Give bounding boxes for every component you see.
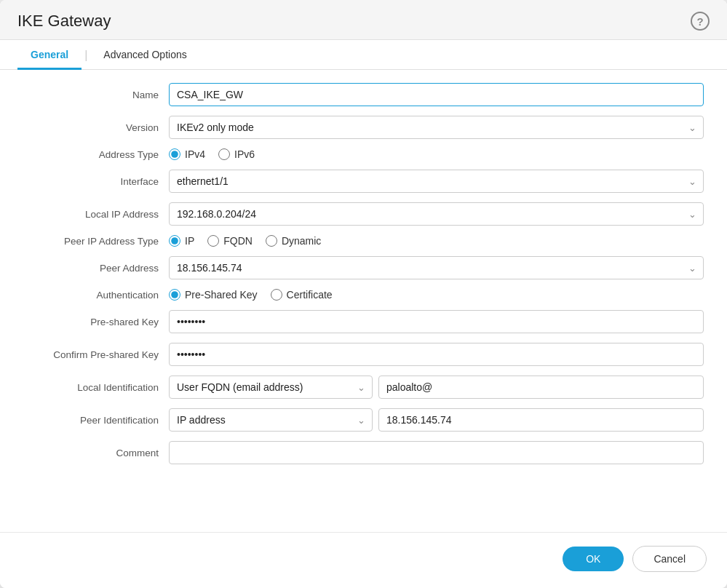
- ike-gateway-dialog: IKE Gateway ? General | Advanced Options…: [0, 0, 727, 588]
- authentication-row: Authentication Pre-Shared Key Certificat…: [23, 289, 704, 301]
- peer-ip-type-fqdn-label[interactable]: FQDN: [207, 235, 253, 247]
- name-row: Name: [23, 83, 704, 106]
- comment-input[interactable]: [169, 441, 704, 464]
- preshared-key-row: Pre-shared Key: [23, 310, 704, 333]
- interface-select-wrapper: ethernet1/1 ⌄: [169, 170, 704, 193]
- name-control: [169, 83, 704, 106]
- peer-ip-type-radio-group: IP FQDN Dynamic: [169, 235, 704, 247]
- address-type-row: Address Type IPv4 IPv6: [23, 148, 704, 160]
- comment-control: [169, 441, 704, 464]
- interface-select[interactable]: ethernet1/1: [169, 170, 704, 193]
- comment-label: Comment: [23, 448, 169, 458]
- authentication-control: Pre-Shared Key Certificate: [169, 289, 704, 301]
- confirm-preshared-key-input[interactable]: [169, 343, 704, 366]
- address-type-label: Address Type: [23, 149, 169, 160]
- address-type-ipv6-label[interactable]: IPv6: [218, 148, 255, 160]
- confirm-preshared-key-control: [169, 343, 704, 366]
- version-control: IKEv2 only mode IKEv1 only mode IKEv2 pr…: [169, 116, 704, 139]
- local-id-row: Local Identification User FQDN (email ad…: [23, 376, 704, 399]
- peer-ip-type-fqdn-text: FQDN: [223, 235, 253, 247]
- local-id-control: User FQDN (email address) IP address FQD…: [169, 376, 704, 399]
- version-select[interactable]: IKEv2 only mode IKEv1 only mode IKEv2 pr…: [169, 116, 704, 139]
- tab-general[interactable]: General: [17, 40, 82, 70]
- authentication-psk-radio[interactable]: [169, 289, 180, 301]
- peer-ip-type-dynamic-text: Dynamic: [282, 235, 321, 247]
- name-input[interactable]: [169, 83, 704, 106]
- version-row: Version IKEv2 only mode IKEv1 only mode …: [23, 116, 704, 139]
- address-type-ipv4-text: IPv4: [185, 148, 205, 160]
- preshared-key-label: Pre-shared Key: [23, 317, 169, 327]
- peer-ip-type-ip-label[interactable]: IP: [169, 235, 194, 247]
- interface-row: Interface ethernet1/1 ⌄: [23, 170, 704, 193]
- local-id-type-select[interactable]: User FQDN (email address) IP address FQD…: [169, 376, 373, 399]
- local-id-label: Local Identification: [23, 382, 169, 393]
- interface-control: ethernet1/1 ⌄: [169, 170, 704, 193]
- address-type-ipv6-radio[interactable]: [218, 148, 230, 160]
- dialog-title: IKE Gateway: [17, 12, 111, 31]
- tab-bar: General | Advanced Options: [0, 40, 727, 70]
- local-ip-row: Local IP Address 192.168.0.204/24 ⌄: [23, 202, 704, 226]
- peer-ip-type-ip-text: IP: [185, 235, 194, 247]
- ok-button[interactable]: OK: [563, 547, 624, 571]
- peer-id-control: IP address User FQDN (email address) FQD…: [169, 408, 704, 432]
- authentication-radio-group: Pre-Shared Key Certificate: [169, 289, 704, 301]
- address-type-ipv4-radio[interactable]: [169, 148, 180, 160]
- dialog-header: IKE Gateway ?: [0, 0, 727, 40]
- peer-ip-type-fqdn-radio[interactable]: [207, 235, 219, 247]
- address-type-ipv4-label[interactable]: IPv4: [169, 148, 205, 160]
- confirm-preshared-key-row: Confirm Pre-shared Key: [23, 343, 704, 366]
- peer-id-label: Peer Identification: [23, 415, 169, 426]
- authentication-label: Authentication: [23, 290, 169, 301]
- confirm-preshared-key-label: Confirm Pre-shared Key: [23, 349, 169, 360]
- peer-id-type-select[interactable]: IP address User FQDN (email address) FQD…: [169, 408, 373, 432]
- tab-separator: |: [82, 40, 90, 69]
- address-type-ipv6-text: IPv6: [234, 148, 255, 160]
- peer-id-row: Peer Identification IP address User FQDN…: [23, 408, 704, 432]
- peer-ip-type-label: Peer IP Address Type: [23, 236, 169, 247]
- peer-address-label: Peer Address: [23, 263, 169, 274]
- tab-advanced[interactable]: Advanced Options: [90, 40, 199, 70]
- local-ip-select-wrapper: 192.168.0.204/24 ⌄: [169, 202, 704, 226]
- peer-id-type-wrapper: IP address User FQDN (email address) FQD…: [169, 408, 373, 432]
- authentication-cert-label[interactable]: Certificate: [271, 289, 333, 301]
- local-ip-select[interactable]: 192.168.0.204/24: [169, 202, 704, 226]
- peer-id-value-input[interactable]: [378, 408, 704, 432]
- local-id-value-input[interactable]: [378, 376, 704, 399]
- version-label: Version: [23, 122, 169, 133]
- peer-address-row: Peer Address 18.156.145.74 ⌄: [23, 256, 704, 279]
- version-select-wrapper: IKEv2 only mode IKEv1 only mode IKEv2 pr…: [169, 116, 704, 139]
- cancel-button[interactable]: Cancel: [632, 546, 707, 572]
- authentication-cert-text: Certificate: [287, 289, 333, 301]
- peer-ip-type-dynamic-label[interactable]: Dynamic: [266, 235, 321, 247]
- peer-ip-type-dynamic-radio[interactable]: [266, 235, 277, 247]
- peer-address-select[interactable]: 18.156.145.74: [169, 256, 704, 279]
- authentication-cert-radio[interactable]: [271, 289, 282, 301]
- address-type-control: IPv4 IPv6: [169, 148, 704, 160]
- local-ip-control: 192.168.0.204/24 ⌄: [169, 202, 704, 226]
- preshared-key-input[interactable]: [169, 310, 704, 333]
- interface-label: Interface: [23, 176, 169, 187]
- dialog-footer: OK Cancel: [0, 532, 727, 588]
- peer-ip-type-row: Peer IP Address Type IP FQDN Dynamic: [23, 235, 704, 247]
- local-id-type-wrapper: User FQDN (email address) IP address FQD…: [169, 376, 373, 399]
- peer-ip-type-control: IP FQDN Dynamic: [169, 235, 704, 247]
- form-body: Name Version IKEv2 only mode IKEv1 only …: [0, 70, 727, 532]
- peer-ip-type-ip-radio[interactable]: [169, 235, 180, 247]
- local-ip-label: Local IP Address: [23, 209, 169, 220]
- help-icon[interactable]: ?: [691, 12, 710, 31]
- authentication-psk-label[interactable]: Pre-Shared Key: [169, 289, 258, 301]
- name-label: Name: [23, 90, 169, 100]
- comment-row: Comment: [23, 441, 704, 464]
- preshared-key-control: [169, 310, 704, 333]
- authentication-psk-text: Pre-Shared Key: [185, 289, 258, 301]
- peer-address-select-wrapper: 18.156.145.74 ⌄: [169, 256, 704, 279]
- peer-address-control: 18.156.145.74 ⌄: [169, 256, 704, 279]
- address-type-radio-group: IPv4 IPv6: [169, 148, 704, 160]
